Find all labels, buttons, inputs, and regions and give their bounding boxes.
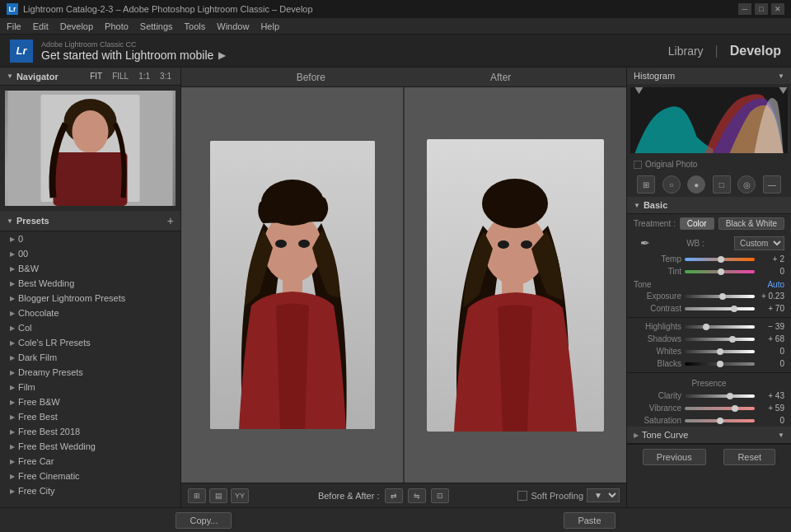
list-item[interactable]: ▶Film — [0, 380, 180, 394]
red-eye-button[interactable]: ● — [687, 175, 705, 194]
presets-header[interactable]: ▼ Presets + — [0, 211, 180, 231]
list-item[interactable]: ▶Best Wedding — [0, 276, 180, 291]
menu-file[interactable]: File — [7, 21, 21, 31]
menu-help[interactable]: Help — [260, 21, 279, 31]
saturation-thumb[interactable] — [717, 418, 723, 424]
color-treatment-button[interactable]: Color — [680, 217, 714, 230]
list-item[interactable]: ▶Col — [0, 320, 180, 335]
list-item[interactable]: ▶Blogger Lightroom Presets — [0, 291, 180, 306]
exposure-thumb[interactable] — [719, 293, 726, 300]
basic-header[interactable]: ▼ Basic — [627, 197, 791, 214]
adjustment-brush-button[interactable]: — — [763, 175, 781, 194]
blacks-slider[interactable] — [685, 362, 755, 366]
navigator-header-left: ▼ Navigator — [7, 72, 59, 82]
blacks-thumb[interactable] — [717, 361, 723, 367]
shadows-slider[interactable] — [685, 338, 755, 341]
tint-thumb[interactable] — [718, 268, 724, 275]
soft-proofing-checkbox[interactable] — [517, 491, 527, 501]
nav-opt-1-1[interactable]: 1:1 — [136, 71, 152, 82]
photos-area — [181, 87, 626, 483]
list-item[interactable]: ▶Free Cinematic — [0, 469, 180, 483]
radial-filter-button[interactable]: ◎ — [737, 175, 756, 194]
grid-view-button[interactable]: ⊞ — [188, 488, 206, 503]
graduated-filter-button[interactable]: □ — [713, 175, 731, 194]
temp-slider[interactable] — [685, 258, 755, 261]
paste-button[interactable]: Paste — [564, 512, 615, 529]
copy-button[interactable]: Copy... — [176, 512, 232, 529]
vibrance-thumb[interactable] — [732, 405, 738, 412]
nav-library[interactable]: Library — [668, 44, 704, 58]
wb-select[interactable]: Custom — [734, 236, 784, 250]
original-photo-checkbox[interactable] — [634, 161, 642, 169]
compare-view-button[interactable]: ▤ — [209, 488, 227, 503]
exposure-value: + 0.23 — [758, 292, 784, 301]
soft-proofing-select[interactable]: ▼ — [587, 488, 620, 502]
contrast-thumb[interactable] — [731, 306, 737, 312]
temp-thumb[interactable] — [718, 256, 724, 263]
minimize-button[interactable]: ─ — [738, 3, 751, 15]
presets-add-button[interactable]: + — [167, 214, 174, 227]
view-toggle-button[interactable]: ⊡ — [431, 488, 449, 503]
tint-slider[interactable] — [685, 270, 755, 273]
contrast-slider[interactable] — [685, 307, 755, 310]
highlights-value: − 39 — [758, 322, 784, 331]
histogram-area — [630, 87, 788, 153]
list-item[interactable]: ▶00 — [0, 246, 180, 261]
highlights-thumb[interactable] — [703, 324, 709, 330]
tone-curve-header[interactable]: ▶ Tone Curve ▼ — [627, 427, 791, 444]
menu-photo[interactable]: Photo — [105, 21, 129, 31]
reset-button[interactable]: Reset — [723, 449, 775, 465]
nav-opt-fill[interactable]: FILL — [110, 71, 131, 82]
list-item[interactable]: ▶Cole's LR Presets — [0, 335, 180, 350]
close-button[interactable]: ✕ — [771, 3, 784, 15]
filmstrip-button[interactable]: YY — [231, 488, 249, 503]
preset-arrow-icon: ▶ — [10, 354, 15, 362]
saturation-slider[interactable] — [685, 419, 755, 422]
banner-play-icon[interactable]: ▶ — [218, 49, 226, 61]
menu-window[interactable]: Window — [217, 21, 249, 31]
nav-develop[interactable]: Develop — [730, 44, 781, 58]
navigator-header[interactable]: ▼ Navigator FIT FILL 1:1 3:1 — [0, 68, 180, 86]
list-item[interactable]: ▶0 — [0, 231, 180, 246]
maximize-button[interactable]: □ — [755, 3, 768, 15]
eyedropper-tool[interactable]: ✒ — [634, 235, 657, 251]
title-bar-controls[interactable]: ─ □ ✕ — [738, 3, 784, 15]
tint-slider-row: Tint 0 — [627, 265, 791, 278]
menu-edit[interactable]: Edit — [33, 21, 49, 31]
clarity-slider[interactable] — [685, 394, 755, 398]
clarity-thumb[interactable] — [727, 393, 733, 399]
swap-before-after-button[interactable]: ⇄ — [385, 488, 403, 503]
clarity-label: Clarity — [634, 391, 681, 400]
clarity-value: + 43 — [758, 391, 784, 400]
list-item[interactable]: ▶Free City — [0, 483, 180, 498]
list-item[interactable]: ▶B&W — [0, 261, 180, 276]
list-item[interactable]: ▶Free B&W — [0, 394, 180, 409]
menu-develop[interactable]: Develop — [60, 21, 93, 31]
divider — [627, 317, 791, 318]
vibrance-slider[interactable] — [685, 407, 755, 410]
nav-opt-3-1[interactable]: 3:1 — [157, 71, 174, 82]
crop-tool-button[interactable]: ⊞ — [637, 175, 655, 194]
spot-removal-button[interactable]: ○ — [662, 175, 681, 194]
list-item[interactable]: ▶Chocolate — [0, 306, 180, 320]
previous-button[interactable]: Previous — [643, 449, 706, 465]
svg-rect-4 — [54, 152, 128, 206]
list-item[interactable]: ▶Free Best 2018 — [0, 424, 180, 439]
copy-settings-button[interactable]: ⇋ — [408, 488, 426, 503]
histogram-header[interactable]: Histogram ▼ — [627, 68, 791, 84]
list-item[interactable]: ▶Dark Film — [0, 350, 180, 365]
menu-settings[interactable]: Settings — [140, 21, 173, 31]
auto-button[interactable]: Auto — [767, 280, 784, 289]
whites-slider[interactable] — [685, 350, 755, 353]
list-item[interactable]: ▶Dreamy Presets — [0, 365, 180, 380]
list-item[interactable]: ▶Free Car — [0, 454, 180, 469]
bw-treatment-button[interactable]: Black & White — [718, 217, 784, 230]
menu-tools[interactable]: Tools — [185, 21, 206, 31]
exposure-slider[interactable] — [685, 295, 755, 298]
shadows-thumb[interactable] — [729, 336, 736, 343]
nav-opt-fit[interactable]: FIT — [87, 71, 105, 82]
list-item[interactable]: ▶Free Best Wedding — [0, 439, 180, 454]
list-item[interactable]: ▶Free Best — [0, 409, 180, 424]
whites-thumb[interactable] — [717, 348, 723, 355]
highlights-slider[interactable] — [685, 325, 755, 329]
